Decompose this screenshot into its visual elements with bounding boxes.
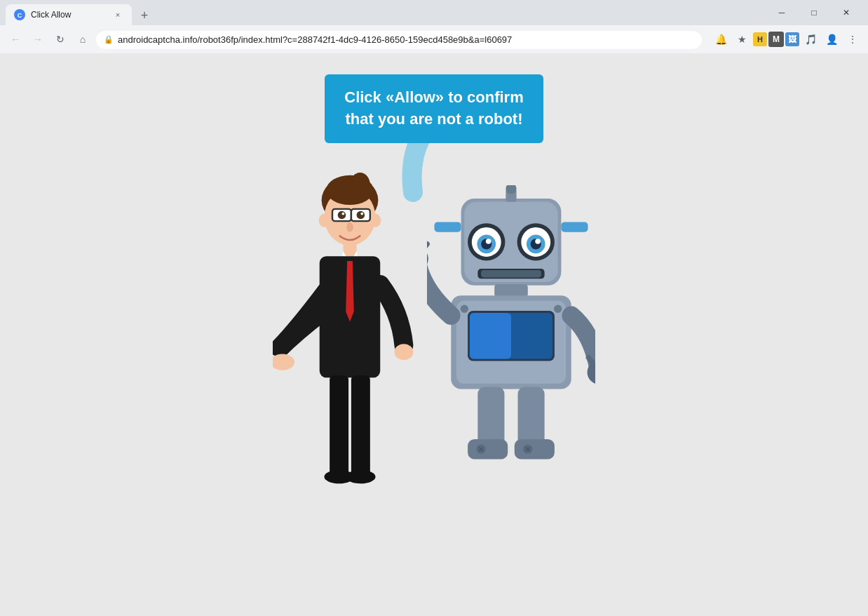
maximize-button[interactable]: □ <box>798 0 830 25</box>
svg-rect-48 <box>481 270 541 277</box>
forward-button[interactable]: → <box>28 29 48 49</box>
nav-bar: ← → ↻ ⌂ 🔒 androidcaptcha.info/robot36fp/… <box>0 25 868 53</box>
svg-point-14 <box>341 212 344 215</box>
svg-rect-45 <box>434 222 461 232</box>
svg-marker-24 <box>346 260 354 321</box>
new-tab-button[interactable]: + <box>135 6 154 25</box>
bookmark-icon[interactable]: ★ <box>732 29 752 49</box>
extension-img-icon[interactable]: 🖼 <box>785 32 799 46</box>
svg-rect-54 <box>470 312 511 359</box>
home-icon: ⌂ <box>80 34 86 45</box>
back-icon: ← <box>11 34 20 45</box>
reload-button[interactable]: ↻ <box>50 29 70 49</box>
svg-point-15 <box>360 212 363 215</box>
tooltip-text-line2: that you are not a robot! <box>346 110 523 128</box>
address-bar[interactable]: 🔒 androidcaptcha.info/robot36fp/index.ht… <box>95 29 703 49</box>
svg-point-9 <box>370 213 381 227</box>
url-text: androidcaptcha.info/robot36fp/index.html… <box>118 34 694 45</box>
toolbar-icons: 🔔 ★ H M 🖼 🎵 👤 ⋮ <box>711 29 862 49</box>
menu-icon[interactable]: ⋮ <box>843 29 862 49</box>
window-controls: ─ □ ✕ <box>766 0 862 25</box>
title-bar: C Click Allow × + ─ □ ✕ <box>0 0 868 25</box>
svg-point-7 <box>350 173 370 197</box>
svg-rect-18 <box>343 243 356 256</box>
svg-point-25 <box>394 344 413 360</box>
extension-m-icon[interactable]: M <box>768 32 784 47</box>
lock-icon: 🔒 <box>104 35 114 44</box>
profile-icon[interactable]: 👤 <box>822 29 841 49</box>
extension-h-icon[interactable]: H <box>753 32 767 46</box>
active-tab[interactable]: C Click Allow × <box>6 4 132 25</box>
svg-rect-66 <box>518 387 545 447</box>
tooltip-text-line1: Click «Allow» to confirm <box>344 88 524 106</box>
minimize-button[interactable]: ─ <box>766 0 798 25</box>
svg-point-26 <box>273 354 294 370</box>
close-button[interactable]: ✕ <box>830 0 862 25</box>
extension-music-icon[interactable]: 🎵 <box>801 29 820 49</box>
svg-point-17 <box>346 222 353 232</box>
tab-title: Click Allow <box>31 10 107 20</box>
robot-illustration <box>427 185 595 466</box>
home-button[interactable]: ⌂ <box>73 29 93 49</box>
back-button[interactable]: ← <box>6 29 25 49</box>
scene-container <box>273 136 595 487</box>
svg-point-55 <box>461 304 468 312</box>
svg-rect-67 <box>468 438 508 459</box>
page-content: Click «Allow» to confirm that you are no… <box>0 53 868 616</box>
svg-rect-28 <box>351 375 370 476</box>
svg-point-56 <box>554 304 562 312</box>
svg-rect-27 <box>330 375 348 476</box>
captcha-tooltip: Click «Allow» to confirm that you are no… <box>325 74 543 143</box>
svg-rect-65 <box>477 387 504 447</box>
forward-icon: → <box>33 34 43 45</box>
svg-point-30 <box>346 470 375 483</box>
chrome-window: C Click Allow × + ─ □ ✕ ← → ↻ ⌂ 🔒 and <box>0 0 868 616</box>
svg-rect-68 <box>515 438 555 459</box>
svg-text:C: C <box>18 12 22 19</box>
svg-point-43 <box>486 239 491 244</box>
notifications-icon[interactable]: 🔔 <box>711 29 731 49</box>
svg-point-13 <box>357 210 365 219</box>
svg-point-12 <box>338 210 346 219</box>
svg-point-44 <box>535 239 541 244</box>
svg-point-8 <box>319 213 330 227</box>
tab-strip: C Click Allow × + <box>6 0 766 25</box>
svg-rect-46 <box>561 222 588 232</box>
tab-favicon: C <box>14 9 25 20</box>
reload-icon: ↻ <box>56 34 65 45</box>
tab-close-button[interactable]: × <box>112 9 123 20</box>
